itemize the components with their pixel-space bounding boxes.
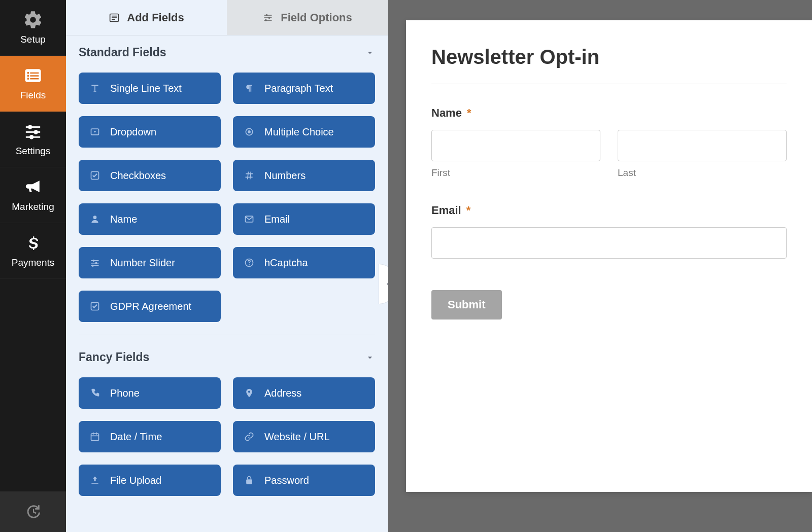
svg-rect-3 <box>27 75 29 77</box>
field-label: Single Line Text <box>110 83 182 94</box>
nav-item-marketing[interactable]: Marketing <box>0 167 66 223</box>
pin-icon <box>244 388 254 398</box>
calendar-icon <box>90 432 100 442</box>
svg-rect-5 <box>27 78 29 80</box>
nav-label: Marketing <box>12 201 54 212</box>
svg-rect-2 <box>30 72 39 74</box>
tab-field-options[interactable]: Field Options <box>227 0 388 35</box>
bullhorn-icon <box>22 178 44 196</box>
field-type-gdpr-agreement[interactable]: GDPR Agreement <box>79 291 221 322</box>
hash-icon <box>244 170 254 181</box>
help-icon <box>244 258 254 268</box>
sliders-icon <box>262 13 274 23</box>
chevron-down-icon <box>365 352 375 363</box>
field-type-checkboxes[interactable]: Checkboxes <box>79 160 221 191</box>
nav-label: Setup <box>20 34 46 45</box>
paragraph-icon <box>244 83 254 93</box>
form-field-name[interactable]: Name * First Last <box>431 107 787 179</box>
nav-item-settings[interactable]: Settings <box>0 112 66 167</box>
link-icon <box>244 432 254 442</box>
field-type-date-time[interactable]: Date / Time <box>79 421 221 452</box>
svg-rect-6 <box>30 78 39 79</box>
svg-point-22 <box>265 19 267 21</box>
field-type-number-slider[interactable]: Number Slider <box>79 247 221 278</box>
section-title: Fancy Fields <box>79 350 149 364</box>
radio-icon <box>244 127 254 137</box>
field-label: hCaptcha <box>264 257 308 269</box>
dropdown-icon <box>90 127 100 137</box>
required-asterisk: * <box>466 204 471 217</box>
nav-label: Fields <box>20 90 46 101</box>
first-name-input[interactable] <box>431 130 600 161</box>
svg-point-18 <box>266 14 268 16</box>
required-asterisk: * <box>467 107 471 120</box>
svg-rect-4 <box>30 75 39 77</box>
form-field-email[interactable]: Email * <box>431 204 787 265</box>
field-label: Date / Time <box>110 431 162 443</box>
field-label: Dropdown <box>110 126 156 138</box>
form-title: Newsletter Opt-in <box>431 46 787 68</box>
field-type-password[interactable]: Password <box>233 465 375 496</box>
user-icon <box>90 214 100 224</box>
field-type-multiple-choice[interactable]: Multiple Choice <box>233 116 375 148</box>
field-label: Numbers <box>264 170 306 182</box>
check-icon <box>90 301 100 311</box>
history-icon <box>24 503 42 520</box>
check-icon <box>90 170 100 181</box>
tab-label: Add Fields <box>127 11 184 24</box>
svg-point-12 <box>29 135 33 139</box>
field-type-website-url[interactable]: Website / URL <box>233 421 375 452</box>
section-toggle[interactable]: Standard Fields <box>79 46 375 59</box>
field-type-address[interactable]: Address <box>233 377 375 409</box>
lock-icon <box>244 475 254 485</box>
field-label: Multiple Choice <box>264 126 334 138</box>
fields-palette: Add Fields Field Options Standard Fields… <box>66 0 388 532</box>
upload-icon <box>90 475 100 485</box>
svg-rect-1 <box>27 72 29 74</box>
nav-label: Payments <box>12 257 54 268</box>
main-nav: Setup Fields Settings Marketing Payments <box>0 0 66 532</box>
tab-add-fields[interactable]: Add Fields <box>66 0 227 35</box>
list-icon <box>22 66 44 85</box>
svg-point-20 <box>268 16 270 18</box>
history-button[interactable] <box>0 491 66 532</box>
section-toggle[interactable]: Fancy Fields <box>79 350 375 364</box>
field-label: File Upload <box>110 475 161 486</box>
gear-icon <box>22 11 44 29</box>
chevron-down-icon <box>365 48 375 58</box>
nav-item-setup[interactable]: Setup <box>0 0 66 56</box>
field-type-phone[interactable]: Phone <box>79 377 221 409</box>
field-label: Checkboxes <box>110 170 166 182</box>
field-label: Paragraph Text <box>264 83 333 94</box>
field-label: Phone <box>110 387 140 399</box>
form-preview-area: Newsletter Opt-in Name * First Last Emai… <box>388 0 812 532</box>
field-type-name[interactable]: Name <box>79 203 221 235</box>
field-type-paragraph-text[interactable]: Paragraph Text <box>233 73 375 104</box>
field-label: GDPR Agreement <box>110 301 191 312</box>
phone-icon <box>90 388 100 398</box>
section-fancy-fields: Fancy Fields PhoneAddressDate / TimeWebs… <box>79 350 375 509</box>
form-icon <box>109 13 120 23</box>
last-name-input[interactable] <box>618 130 787 161</box>
field-type-numbers[interactable]: Numbers <box>233 160 375 191</box>
sublabel-first: First <box>431 167 600 179</box>
email-input[interactable] <box>431 227 787 259</box>
field-label: Password <box>264 475 309 486</box>
section-standard-fields: Standard Fields Single Line TextParagrap… <box>79 46 375 335</box>
nav-item-fields[interactable]: Fields <box>0 56 66 112</box>
field-type-dropdown[interactable]: Dropdown <box>79 116 221 148</box>
nav-label: Settings <box>16 146 51 157</box>
svg-rect-7 <box>26 126 40 128</box>
nav-item-payments[interactable]: Payments <box>0 223 66 279</box>
divider <box>431 84 787 84</box>
submit-button[interactable]: Submit <box>431 290 502 320</box>
field-type-hcaptcha[interactable]: hCaptcha <box>233 247 375 278</box>
field-label: Address <box>264 387 301 399</box>
svg-point-10 <box>33 130 38 134</box>
field-type-email[interactable]: Email <box>233 203 375 235</box>
field-label-text: Email <box>431 204 461 217</box>
sliders-icon <box>22 122 44 140</box>
field-type-file-upload[interactable]: File Upload <box>79 465 221 496</box>
form-card: Newsletter Opt-in Name * First Last Emai… <box>406 20 812 492</box>
field-type-single-line-text[interactable]: Single Line Text <box>79 73 221 104</box>
